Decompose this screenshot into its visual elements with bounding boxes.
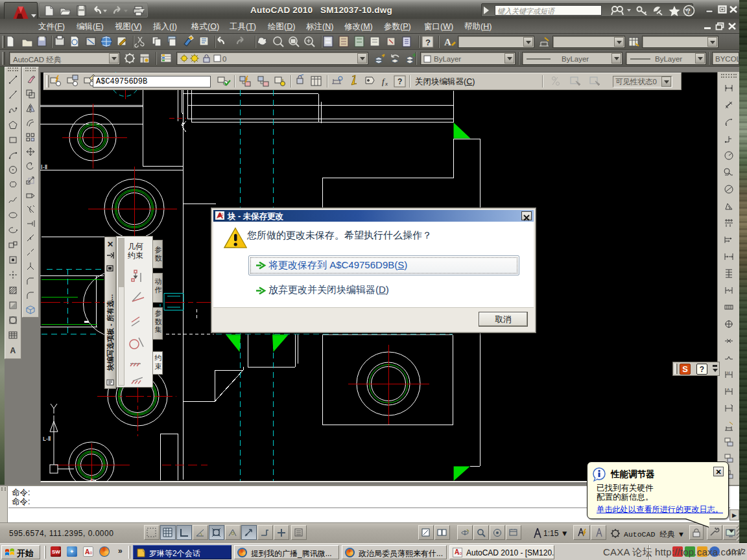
svg-text:H: H — [727, 371, 729, 375]
svg-text:A: A — [10, 346, 16, 355]
svg-text:x: x — [385, 80, 388, 87]
svg-text:Ⅰ-Ⅱ: Ⅰ-Ⅱ — [41, 164, 47, 170]
svg-text:A: A — [444, 37, 451, 47]
svg-text:A: A — [727, 388, 729, 391]
svg-text:?: ? — [397, 77, 402, 86]
svg-text:?: ? — [425, 38, 431, 47]
svg-text:L-Ⅱ: L-Ⅱ — [43, 436, 51, 442]
svg-text:10: 10 — [220, 213, 224, 216]
